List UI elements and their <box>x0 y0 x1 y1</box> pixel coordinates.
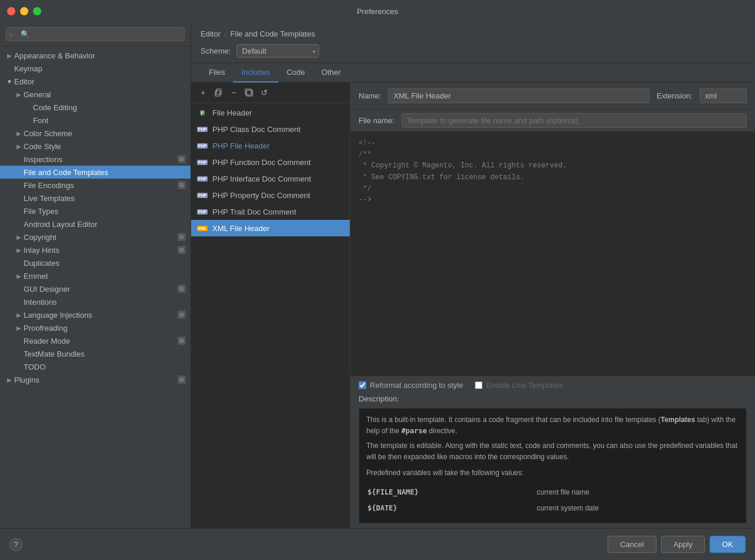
description-text: This is a built-in template. It contains… <box>366 414 739 437</box>
window-controls[interactable] <box>7 7 41 15</box>
arrow-icon: ▶ <box>14 90 24 99</box>
scheme-select[interactable]: Default Project <box>237 44 319 58</box>
sidebar-item-live-templates[interactable]: ▶ Live Templates <box>0 192 191 205</box>
template-item-label: PHP Trait Doc Comment <box>212 207 296 216</box>
template-item-php-trait-doc[interactable]: PHP PHP Trait Doc Comment <box>191 203 350 220</box>
template-list: + − ↺ F File Head <box>191 83 350 528</box>
template-item-php-file-header[interactable]: PHP PHP File Header <box>191 137 350 154</box>
sidebar-item-android-layout-editor[interactable]: ▶ Android Layout Editor <box>0 218 191 230</box>
sidebar-item-label: Code Style <box>24 142 186 151</box>
copy-template-button[interactable] <box>211 86 225 99</box>
panel-header: Editor › File and Code Templates Scheme:… <box>191 22 755 63</box>
sidebar-item-language-injections[interactable]: ▶ Language Injections ⊟ <box>0 308 191 321</box>
sidebar-item-proofreading[interactable]: ▶ Proofreading <box>0 321 191 334</box>
settings-badge: ⊟ <box>178 181 186 189</box>
sidebar-item-copyright[interactable]: ▶ Copyright ⊟ <box>0 230 191 243</box>
close-button[interactable] <box>7 7 15 15</box>
sidebar-item-label: Keymap <box>14 64 186 73</box>
description-label: Description: <box>359 394 747 403</box>
sidebar-item-inlay-hints[interactable]: ▶ Inlay Hints ⊟ <box>0 243 191 256</box>
settings-badge: ⊟ <box>178 246 186 254</box>
template-item-php-interface-doc[interactable]: PHP PHP Interface Doc Comment <box>191 170 350 187</box>
sidebar-item-color-scheme[interactable]: ▶ Color Scheme <box>0 127 191 140</box>
sidebar-item-file-code-templates[interactable]: ▶ File and Code Templates <box>0 166 191 179</box>
table-row: ${FILE_NAME} current file name <box>367 485 738 500</box>
live-templates-label: Enable Live Templates <box>486 381 563 390</box>
tab-code[interactable]: Code <box>278 63 313 83</box>
sidebar-item-plugins[interactable]: ▶ Plugins ⊟ <box>0 373 191 386</box>
sidebar-item-intentions[interactable]: ▶ Intentions <box>0 295 191 308</box>
template-item-xml-file-header[interactable]: XML XML File Header <box>191 220 350 236</box>
breadcrumb-separator: › <box>224 29 226 38</box>
main-content: ⌕ ▶ Appearance & Behavior ▶ Keymap ▼ Edi… <box>0 22 755 528</box>
duplicate-template-button[interactable] <box>242 86 256 99</box>
sidebar-item-emmet[interactable]: ▶ Emmet <box>0 269 191 282</box>
template-item-php-class-doc[interactable]: PHP PHP Class Doc Comment <box>191 121 350 137</box>
minimize-button[interactable] <box>20 7 28 15</box>
sidebar-item-appearance[interactable]: ▶ Appearance & Behavior <box>0 49 191 62</box>
var1-desc: current file name <box>537 488 589 496</box>
live-templates-checkbox[interactable] <box>475 381 482 389</box>
maximize-button[interactable] <box>33 7 41 15</box>
description-body: The template is editable. Along with the… <box>366 440 739 463</box>
bottom-controls: Reformat according to style Enable Live … <box>350 375 755 528</box>
sidebar-item-label: Inspections <box>24 155 178 164</box>
sidebar-item-todo[interactable]: ▶ TODO <box>0 360 191 373</box>
sidebar-item-textmate-bundles[interactable]: ▶ TextMate Bundles <box>0 347 191 360</box>
name-input[interactable] <box>388 88 649 103</box>
settings-badge: ⊟ <box>178 337 186 345</box>
sidebar-item-label: Live Templates <box>24 194 186 203</box>
sidebar-item-file-types[interactable]: ▶ File Types <box>0 205 191 218</box>
tabs-row: Files Includes Code Other <box>191 63 755 83</box>
sidebar-item-file-encodings[interactable]: ▶ File Encodings ⊟ <box>0 179 191 192</box>
sidebar-item-label: File and Code Templates <box>24 168 186 177</box>
search-input[interactable] <box>6 27 185 41</box>
template-item-php-property-doc[interactable]: PHP PHP Property Doc Comment <box>191 187 350 203</box>
filename-input[interactable] <box>402 113 747 128</box>
var2-desc: current system date <box>537 504 599 512</box>
code-editor[interactable]: <!-- /** * Copyright © Magento, Inc. All… <box>350 132 755 375</box>
sidebar-item-reader-mode[interactable]: ▶ Reader Mode ⊟ <box>0 334 191 347</box>
cancel-button[interactable]: Cancel <box>608 536 656 553</box>
sidebar-item-general[interactable]: ▶ General <box>0 88 191 101</box>
live-templates-checkbox-item[interactable]: Enable Live Templates <box>475 381 563 390</box>
file-template-icon: F <box>197 107 208 118</box>
sidebar-item-label: File Types <box>24 207 186 216</box>
tab-other[interactable]: Other <box>313 63 349 83</box>
tab-files[interactable]: Files <box>201 63 233 83</box>
sidebar-item-label: Language Injections <box>24 311 178 319</box>
settings-badge: ⊟ <box>178 375 186 384</box>
template-item-label: File Header <box>212 108 252 117</box>
sidebar-item-code-style[interactable]: ▶ Code Style <box>0 140 191 153</box>
ok-button[interactable]: OK <box>710 536 746 553</box>
svg-rect-0 <box>215 91 220 96</box>
sidebar-item-duplicates[interactable]: ▶ Duplicates <box>0 256 191 269</box>
sidebar-item-gui-designer[interactable]: ▶ GUI Designer ⊟ <box>0 282 191 295</box>
reset-template-button[interactable]: ↺ <box>257 86 271 99</box>
sidebar-item-editor[interactable]: ▼ Editor <box>0 75 191 88</box>
sidebar-item-label: TODO <box>24 363 186 371</box>
arrow-icon: ▶ <box>5 375 14 384</box>
sidebar: ⌕ ▶ Appearance & Behavior ▶ Keymap ▼ Edi… <box>0 22 191 528</box>
template-item-php-function-doc[interactable]: PHP PHP Function Doc Comment <box>191 154 350 170</box>
sidebar-item-label: General <box>24 90 186 99</box>
help-button[interactable]: ? <box>9 538 22 551</box>
add-template-button[interactable]: + <box>196 86 210 99</box>
template-item-file-header[interactable]: F File Header <box>191 104 350 121</box>
reformat-checkbox-item[interactable]: Reformat according to style <box>359 381 463 390</box>
template-item-label: XML File Header <box>212 224 270 233</box>
arrow-icon: ▶ <box>5 51 14 60</box>
sidebar-item-code-editing[interactable]: ▶ Code Editing <box>0 101 191 114</box>
sidebar-item-font[interactable]: ▶ Font <box>0 114 191 127</box>
apply-button[interactable]: Apply <box>661 536 705 553</box>
sidebar-item-keymap[interactable]: ▶ Keymap <box>0 62 191 75</box>
remove-template-button[interactable]: − <box>226 86 241 99</box>
sidebar-item-label: Android Layout Editor <box>24 220 186 229</box>
reformat-checkbox[interactable] <box>359 381 366 389</box>
sidebar-item-inspections[interactable]: ▶ Inspections ⊟ <box>0 153 191 166</box>
php-template-icon: PHP <box>197 124 208 134</box>
breadcrumb-editor: Editor <box>201 29 221 38</box>
settings-badge: ⊟ <box>178 285 186 293</box>
extension-input[interactable] <box>700 88 747 103</box>
tab-includes[interactable]: Includes <box>233 63 278 83</box>
